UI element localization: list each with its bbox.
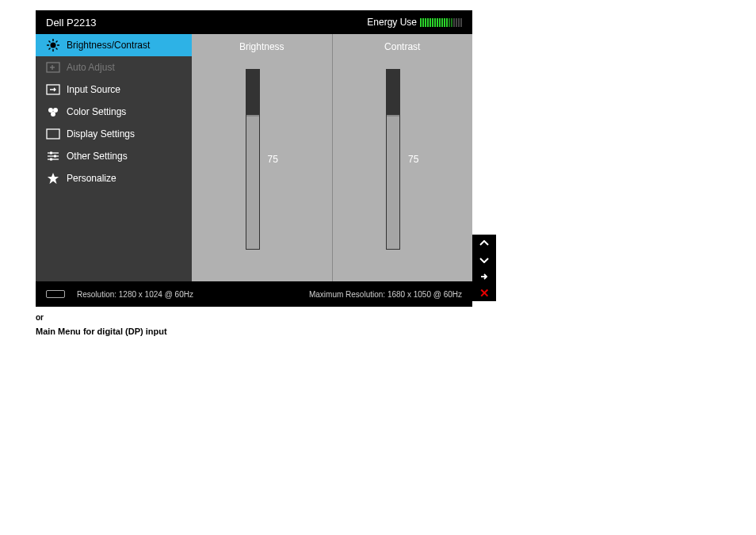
brightness-icon bbox=[46, 38, 60, 52]
svg-line-7 bbox=[49, 48, 51, 50]
energy-use: Energy Use bbox=[367, 17, 462, 28]
menu-input-source[interactable]: Input Source bbox=[36, 78, 192, 101]
side-buttons: ✕ bbox=[472, 235, 496, 301]
menu-item-label: Personalize bbox=[67, 173, 116, 184]
other-settings-icon bbox=[46, 149, 60, 163]
brightness-slider[interactable] bbox=[246, 69, 260, 250]
max-resolution-label: Maximum Resolution: 1680 x 1050 @ 60Hz bbox=[309, 290, 462, 299]
menu-item-label: Color Settings bbox=[67, 106, 126, 117]
osd-footer: Resolution: 1280 x 1024 @ 60Hz Maximum R… bbox=[36, 281, 472, 307]
osd-body: Brightness/Contrast Auto Adjust Input So… bbox=[36, 34, 472, 281]
menu-item-label: Auto Adjust bbox=[67, 62, 115, 73]
color-settings-icon bbox=[46, 105, 60, 119]
contrast-panel: Contrast 75 bbox=[333, 34, 473, 281]
svg-rect-20 bbox=[50, 152, 52, 155]
caption-or: or bbox=[36, 313, 756, 322]
menu-auto-adjust: Auto Adjust bbox=[36, 56, 192, 78]
svg-rect-16 bbox=[47, 129, 59, 139]
menu-item-label: Other Settings bbox=[67, 151, 128, 162]
svg-point-0 bbox=[51, 43, 56, 48]
chevron-up-icon bbox=[479, 240, 489, 246]
contrast-value: 75 bbox=[408, 154, 418, 165]
contrast-label: Contrast bbox=[384, 41, 420, 52]
menu-item-label: Brightness/Contrast bbox=[67, 40, 150, 51]
menu-list: Brightness/Contrast Auto Adjust Input So… bbox=[36, 34, 192, 281]
brightness-slider-container: 75 bbox=[246, 68, 278, 250]
menu-item-label: Input Source bbox=[67, 84, 120, 95]
port-icon bbox=[46, 290, 65, 298]
svg-point-14 bbox=[53, 108, 58, 113]
svg-point-13 bbox=[48, 108, 53, 113]
menu-item-label: Display Settings bbox=[67, 128, 135, 139]
svg-rect-22 bbox=[50, 159, 52, 161]
svg-line-6 bbox=[56, 48, 58, 50]
brightness-panel: Brightness 75 bbox=[192, 34, 333, 281]
close-icon: ✕ bbox=[479, 286, 490, 300]
chevron-down-icon bbox=[479, 257, 489, 263]
display-settings-icon bbox=[46, 127, 60, 141]
svg-point-15 bbox=[51, 112, 55, 117]
input-source-icon bbox=[46, 82, 60, 97]
personalize-icon bbox=[46, 171, 60, 185]
contrast-slider[interactable] bbox=[386, 69, 400, 250]
exit-button[interactable]: ✕ bbox=[472, 285, 496, 301]
menu-display-settings[interactable]: Display Settings bbox=[36, 123, 192, 145]
contrast-slider-container: 75 bbox=[386, 68, 418, 250]
arrow-right-icon bbox=[479, 273, 489, 281]
energy-label: Energy Use bbox=[367, 17, 417, 28]
resolution-label: Resolution: 1280 x 1024 @ 60Hz bbox=[77, 290, 193, 299]
content-area: Brightness 75 Contrast 75 bbox=[192, 34, 472, 281]
svg-line-5 bbox=[49, 41, 51, 43]
energy-bars-icon bbox=[420, 18, 462, 27]
auto-adjust-icon bbox=[46, 60, 60, 75]
menu-personalize[interactable]: Personalize bbox=[36, 167, 192, 189]
menu-other-settings[interactable]: Other Settings bbox=[36, 145, 192, 167]
brightness-label: Brightness bbox=[239, 41, 284, 52]
model-label: Dell P2213 bbox=[46, 17, 97, 29]
brightness-value: 75 bbox=[268, 154, 278, 165]
osd-header: Dell P2213 Energy Use bbox=[36, 10, 472, 34]
svg-rect-21 bbox=[54, 155, 56, 158]
enter-button[interactable] bbox=[472, 268, 496, 285]
svg-line-8 bbox=[56, 41, 58, 43]
down-button[interactable] bbox=[472, 251, 496, 268]
up-button[interactable] bbox=[472, 235, 496, 251]
osd-window: Dell P2213 Energy Use Brightness bbox=[36, 10, 472, 307]
menu-brightness-contrast[interactable]: Brightness/Contrast bbox=[36, 34, 192, 56]
caption-subtitle: Main Menu for digital (DP) input bbox=[36, 327, 756, 336]
menu-color-settings[interactable]: Color Settings bbox=[36, 101, 192, 123]
